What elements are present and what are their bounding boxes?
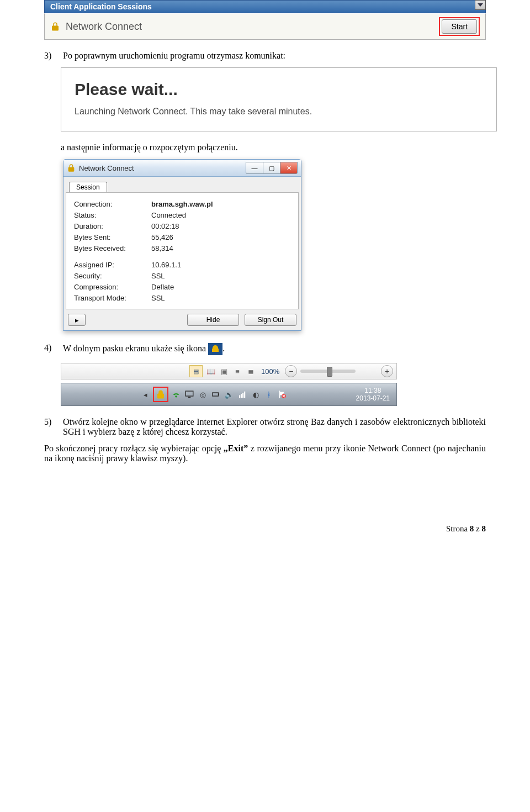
close-button[interactable]: ✕ [280,162,298,174]
step-3-text-a: Po poprawnym uruchomieniu programu otrzy… [63,51,285,61]
nc-titlebar: Network Connect — ▢ ✕ [63,160,301,177]
label-bytes-sent: Bytes Sent: [74,233,151,241]
please-wait-message: Please wait... Launching Network Connect… [61,67,497,131]
tray-signal-icon[interactable] [237,389,248,400]
panel-dropdown-toggle[interactable] [475,0,486,10]
step-3: 3) Po poprawnym uruchomieniu programu ot… [44,51,486,61]
step-5-note-b: „Exit” [224,444,248,453]
zoom-slider[interactable] [300,370,356,373]
book-icon[interactable]: 📖 [206,366,216,376]
panel-header: Client Application Sessions [44,0,486,13]
session-info: Connection:brama.sgh.waw.pl Status:Conne… [66,192,299,309]
maximize-button[interactable]: ▢ [263,162,280,174]
page-footer: Strona 8 z 8 [44,524,486,534]
zoom-out-button[interactable]: − [285,365,297,377]
value-transport-mode: SSL [151,294,165,302]
svg-rect-5 [239,396,240,398]
network-connect-window: Network Connect — ▢ ✕ Session Connection… [63,159,301,331]
step-5-note: Po skończonej pracy rozłącz się wybieraj… [44,444,486,463]
value-assigned-ip: 10.69.1.1 [151,261,181,269]
network-connect-label: Network Connect [66,21,142,33]
clock-time: 11:38 [356,387,390,394]
mail-icon[interactable]: ≣ [246,366,256,376]
start-button-highlight: Start [439,17,480,36]
svg-rect-1 [186,391,193,396]
label-connection: Connection: [74,200,151,208]
windows-taskbar: ◂ ◎ 🔈 ◐ ᚼ 11:38 2013-07-21 [61,383,397,406]
step-4-text-end: . [222,344,225,353]
svg-rect-8 [244,392,245,398]
nc-window-title: Network Connect [79,164,246,172]
hide-button[interactable]: Hide [187,314,239,326]
step-4-text: W dolnym pasku ekranu ukaże się ikona [63,344,206,353]
minimize-button[interactable]: — [246,162,263,174]
signout-button[interactable]: Sign Out [245,314,296,326]
label-bytes-received: Bytes Received: [74,244,151,252]
svg-rect-7 [242,393,243,398]
step-4-number: 4) [44,343,59,353]
tab-session[interactable]: Session [69,182,107,192]
tray-globe-icon[interactable]: ◐ [250,389,261,400]
footer-a: Strona [446,524,470,533]
step-5-text: Otwórz kolejne okno w przeglądarce Inter… [63,417,486,437]
tray-monitor-icon[interactable] [184,389,195,400]
clock-date: 2013-07-21 [356,394,390,402]
expand-arrow-button[interactable]: ▸ [68,314,86,326]
tray-nc-icon[interactable] [156,389,166,399]
reading-view-icon[interactable]: ▤ [189,365,203,377]
svg-rect-2 [188,397,191,398]
top-panel: Client Application Sessions Network Conn… [44,0,486,40]
step-5: 5) Otwórz kolejne okno w przeglądarce In… [44,417,486,437]
svg-rect-3 [213,393,219,396]
label-duration: Duration: [74,222,151,230]
label-security: Security: [74,272,151,280]
tray-arrow-icon[interactable]: ◂ [140,389,151,400]
step-4: 4) W dolnym pasku ekranu ukaże się ikona… [44,343,486,355]
value-status: Connected [151,211,186,219]
tray-flag-icon[interactable] [277,389,288,400]
network-connect-row: Network Connect Start [44,13,486,40]
zoom-percent: 100% [261,367,279,376]
panel-header-title: Client Application Sessions [50,2,152,11]
print-icon[interactable]: ≡ [232,366,242,376]
tray-disc-icon[interactable]: ◎ [197,389,208,400]
footer-b: z [474,524,481,533]
step-5-note-a: Po skończonej pracy rozłącz się wybieraj… [44,444,224,453]
svg-rect-6 [241,394,242,398]
please-wait-subtitle: Launching Network Connect. This may take… [75,107,483,117]
value-security: SSL [151,272,165,280]
taskbar-clock[interactable]: 11:38 2013-07-21 [353,387,393,402]
label-compression: Compression: [74,283,151,291]
feed-icon[interactable]: ▣ [219,366,229,376]
value-bytes-received: 58,314 [151,244,173,252]
tray-wifi-icon[interactable] [171,389,182,400]
value-duration: 00:02:18 [151,222,179,230]
value-bytes-sent: 55,426 [151,233,173,241]
label-assigned-ip: Assigned IP: [74,261,151,269]
tray-volume-icon[interactable]: 🔈 [224,389,235,400]
network-connect-tray-icon [208,343,222,355]
tray-network-connect-highlight [153,387,168,402]
step-3-number: 3) [44,51,59,61]
footer-total: 8 [482,524,486,533]
lock-icon [50,22,60,31]
tray-bluetooth-icon[interactable]: ᚼ [263,389,274,400]
lock-icon [67,164,76,172]
step-3-text-b: a następnie informację o rozpoczętym poł… [61,143,486,152]
zoom-in-button[interactable]: + [381,365,393,377]
please-wait-title: Please wait... [75,80,483,99]
value-connection: brama.sgh.waw.pl [151,200,213,208]
step-5-number: 5) [44,417,59,427]
label-transport-mode: Transport Mode: [74,294,151,302]
label-status: Status: [74,211,151,219]
ie-zoom-bar: ▤ 📖 ▣ ≡ ≣ 100% − + [61,363,397,379]
start-button[interactable]: Start [442,19,477,34]
svg-rect-4 [219,394,220,396]
tray-battery-icon[interactable] [210,389,221,400]
value-compression: Deflate [151,283,174,291]
